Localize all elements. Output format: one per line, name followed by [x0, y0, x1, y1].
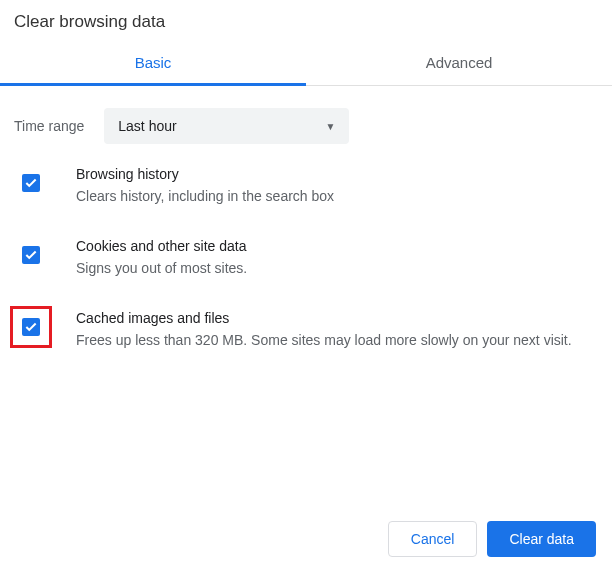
- checkbox-cookies[interactable]: [22, 246, 40, 264]
- checkbox-browsing-history[interactable]: [22, 174, 40, 192]
- check-icon: [24, 176, 38, 190]
- option-title: Cookies and other site data: [76, 236, 247, 256]
- option-text: Browsing history Clears history, includi…: [76, 162, 334, 206]
- option-text: Cached images and files Frees up less th…: [76, 306, 572, 350]
- checkbox-cached-images[interactable]: [22, 318, 40, 336]
- tab-advanced[interactable]: Advanced: [306, 40, 612, 85]
- option-desc: Clears history, including in the search …: [76, 186, 334, 206]
- options-list: Browsing history Clears history, includi…: [0, 162, 612, 350]
- dialog-buttons: Cancel Clear data: [388, 521, 596, 557]
- option-cached-images: Cached images and files Frees up less th…: [14, 306, 598, 350]
- check-icon: [24, 248, 38, 262]
- time-range-select[interactable]: Last hour ▼: [104, 108, 349, 144]
- checkbox-wrapper: [10, 234, 52, 276]
- time-range-value: Last hour: [118, 118, 176, 134]
- time-range-row: Time range Last hour ▼: [0, 86, 612, 162]
- option-cookies: Cookies and other site data Signs you ou…: [14, 234, 598, 278]
- caret-down-icon: ▼: [325, 121, 335, 132]
- option-title: Cached images and files: [76, 308, 572, 328]
- option-text: Cookies and other site data Signs you ou…: [76, 234, 247, 278]
- option-browsing-history: Browsing history Clears history, includi…: [14, 162, 598, 206]
- option-desc: Signs you out of most sites.: [76, 258, 247, 278]
- option-title: Browsing history: [76, 164, 334, 184]
- option-desc: Frees up less than 320 MB. Some sites ma…: [76, 330, 572, 350]
- tabs: Basic Advanced: [0, 40, 612, 86]
- tab-basic[interactable]: Basic: [0, 40, 306, 86]
- checkbox-wrapper: [10, 162, 52, 204]
- dialog-title: Clear browsing data: [0, 0, 612, 40]
- cancel-button[interactable]: Cancel: [388, 521, 478, 557]
- clear-data-button[interactable]: Clear data: [487, 521, 596, 557]
- time-range-label: Time range: [14, 118, 84, 134]
- check-icon: [24, 320, 38, 334]
- checkbox-wrapper-highlighted: [10, 306, 52, 348]
